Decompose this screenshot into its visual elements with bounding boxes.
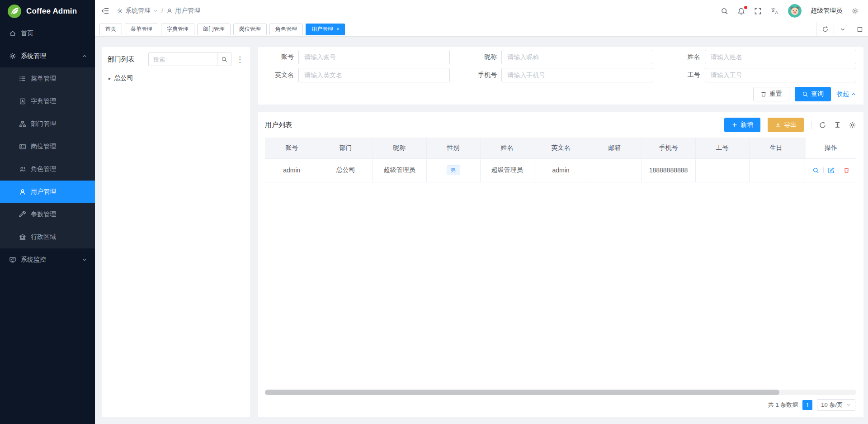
sidebar-item-menu-mgmt[interactable]: 菜单管理 <box>0 67 95 90</box>
toolbar-divider <box>811 121 811 129</box>
field-account: 账号 <box>265 50 450 64</box>
tab-post-mgmt[interactable]: 岗位管理 <box>233 24 267 35</box>
table-empty-space <box>265 182 856 390</box>
job-no-input[interactable] <box>705 68 856 82</box>
id-card-icon <box>19 143 26 150</box>
export-button[interactable]: 导出 <box>768 118 804 132</box>
reset-button[interactable]: 重置 <box>753 87 789 101</box>
sidebar-item-system-mgmt[interactable]: 系统管理 <box>0 45 95 67</box>
col-phone: 手机号 <box>642 138 695 158</box>
search-icon[interactable] <box>721 7 728 15</box>
account-input[interactable] <box>298 50 450 64</box>
collapse-menu-icon[interactable] <box>101 7 109 15</box>
tab-role-mgmt[interactable]: 角色管理 <box>269 24 303 35</box>
field-name: 姓名 <box>671 50 856 64</box>
user-table: 账号 部门 昵称 性别 姓名 英文名 邮箱 手机号 工号 生日 <box>265 138 856 182</box>
app-logo: Coffee Admin <box>0 0 95 22</box>
table-header-row: 账号 部门 昵称 性别 姓名 英文名 邮箱 手机号 工号 生日 <box>265 138 856 158</box>
collapse-filter-link[interactable]: 收起 <box>836 90 856 98</box>
dept-panel-title: 部门列表 <box>108 55 135 64</box>
delete-icon[interactable] <box>843 167 850 174</box>
page-number-button[interactable]: 1 <box>802 400 812 410</box>
breadcrumb-item-system[interactable]: 系统管理 <box>117 7 158 15</box>
scrollbar-thumb[interactable] <box>265 390 779 395</box>
app-title: Coffee Admin <box>26 7 77 16</box>
dept-search-button[interactable] <box>217 52 231 66</box>
gear-icon <box>9 52 16 60</box>
wrench-icon <box>19 211 26 218</box>
field-nickname: 昵称 <box>468 50 653 64</box>
tab-user-mgmt[interactable]: 用户管理 × <box>306 24 345 35</box>
english-name-input[interactable] <box>298 68 450 82</box>
tab-home[interactable]: 首页 <box>99 24 122 35</box>
plus-icon <box>731 122 738 128</box>
breadcrumb-item-current: 用户管理 <box>166 7 200 15</box>
kebab-menu-icon[interactable]: ⋮ <box>235 56 245 63</box>
breadcrumb-separator: / <box>161 7 163 14</box>
add-user-button[interactable]: 新增 <box>724 118 760 132</box>
sidebar-submenu-system: 菜单管理 字典管理 部门管理 <box>0 67 95 248</box>
person-icon <box>166 8 173 14</box>
monitor-icon <box>9 256 16 263</box>
avatar[interactable] <box>788 4 802 18</box>
view-icon[interactable] <box>812 167 819 174</box>
gender-tag: 男 <box>447 165 460 175</box>
sidebar-item-role-mgmt[interactable]: 角色管理 <box>0 158 95 181</box>
row-height-icon[interactable] <box>834 121 841 129</box>
sidebar-item-dict-mgmt[interactable]: 字典管理 <box>0 90 95 113</box>
sidebar-item-region-mgmt[interactable]: 行政区域 <box>0 226 95 248</box>
main-area: 系统管理 / 用户管理 <box>95 0 868 424</box>
field-job-no: 工号 <box>671 68 856 82</box>
tabbar: 首页 菜单管理 字典管理 部门管理 岗位管理 角色管理 用户管理 × <box>95 22 868 37</box>
horizontal-scrollbar[interactable] <box>265 390 856 395</box>
edit-icon[interactable] <box>828 167 835 174</box>
caret-right-icon[interactable]: ▸ <box>108 76 111 81</box>
dept-search-input[interactable] <box>148 52 217 66</box>
page-size-select[interactable]: 10 条/页 <box>817 399 855 411</box>
gear-icon[interactable] <box>851 7 859 15</box>
tab-dict-mgmt[interactable]: 字典管理 <box>161 24 194 35</box>
refresh-icon[interactable] <box>816 22 834 36</box>
translate-icon[interactable]: 文A <box>771 7 779 15</box>
cell-actions <box>806 158 856 182</box>
phone-input[interactable] <box>501 68 653 82</box>
breadcrumb: 系统管理 / 用户管理 <box>117 7 200 15</box>
gear-icon[interactable] <box>849 121 856 129</box>
people-icon <box>19 166 26 173</box>
home-icon <box>9 30 16 37</box>
sidebar-item-system-monitor[interactable]: 系统监控 <box>0 248 95 271</box>
col-gender: 性别 <box>426 138 480 158</box>
table-row: admin 总公司 超级管理员 男 超级管理员 admin 1888888888… <box>265 158 856 182</box>
sidebar-item-post-mgmt[interactable]: 岗位管理 <box>0 135 95 158</box>
sidebar-item-home[interactable]: 首页 <box>0 22 95 45</box>
nickname-input[interactable] <box>501 50 653 64</box>
sidebar-item-param-mgmt[interactable]: 参数管理 <box>0 203 95 226</box>
app-root: Coffee Admin 首页 系统管理 <box>0 0 868 424</box>
col-name: 姓名 <box>480 138 534 158</box>
tab-menu-mgmt[interactable]: 菜单管理 <box>125 24 158 35</box>
close-icon[interactable]: × <box>336 27 339 32</box>
tab-dept-mgmt[interactable]: 部门管理 <box>197 24 231 35</box>
cell-english-name: admin <box>534 158 588 182</box>
sidebar-menu: 首页 系统管理 菜单管理 <box>0 22 95 424</box>
user-name[interactable]: 超级管理员 <box>811 7 842 15</box>
col-job-no: 工号 <box>695 138 749 158</box>
topbar: 系统管理 / 用户管理 <box>95 0 868 22</box>
fullscreen-icon[interactable] <box>754 7 762 15</box>
sidebar-item-user-mgmt[interactable]: 用户管理 <box>0 181 95 203</box>
chevron-down-icon <box>153 8 158 14</box>
dept-tree: ▸ 总公司 <box>108 66 245 84</box>
maximize-icon[interactable] <box>851 22 868 36</box>
refresh-icon[interactable] <box>819 121 826 129</box>
content: 部门列表 ⋮ ▸ 总公司 <box>95 37 868 424</box>
chevron-down-icon <box>846 402 851 408</box>
download-icon <box>775 122 781 128</box>
query-button[interactable]: 查询 <box>795 87 831 101</box>
name-input[interactable] <box>705 50 856 64</box>
bell-icon[interactable] <box>737 7 745 15</box>
chevron-down-icon[interactable] <box>834 22 851 36</box>
tree-node-root[interactable]: ▸ 总公司 <box>108 72 244 84</box>
bank-icon <box>19 233 26 241</box>
user-table-card: 用户列表 新增 <box>258 112 863 417</box>
sidebar-item-dept-mgmt[interactable]: 部门管理 <box>0 113 95 135</box>
